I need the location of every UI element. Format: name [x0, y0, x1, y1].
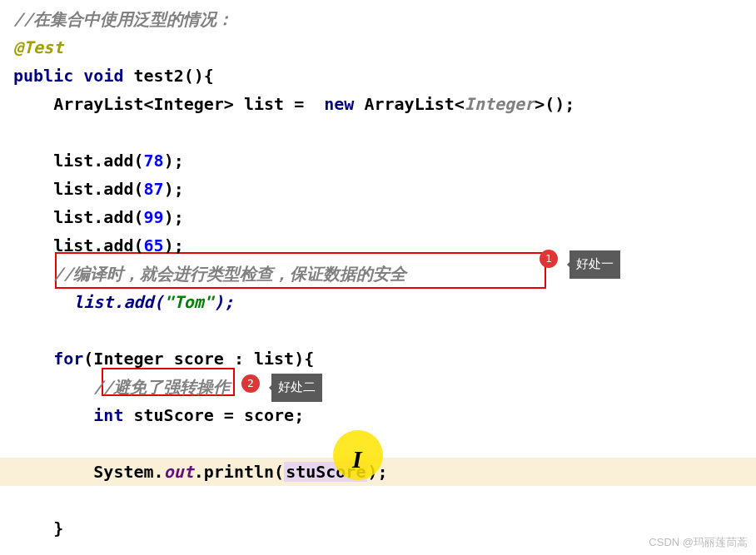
keyword-int: int — [93, 405, 123, 425]
code-comment: //编译时，就会进行类型检查，保证数据的安全 — [13, 264, 406, 284]
keyword-for: for — [53, 349, 83, 369]
number-literal: 99 — [144, 207, 164, 227]
code-editor[interactable]: //在集合中使用泛型的情况： @Test public void test2()… — [13, 5, 756, 543]
string-literal: "Tom" — [164, 292, 214, 312]
code-text: ArrayList<Integer> list = — [13, 94, 314, 114]
code-comment: //避免了强转操作 — [13, 377, 230, 397]
keyword-public: public — [13, 66, 73, 86]
keyword-void: void — [83, 66, 123, 86]
number-literal: 65 — [144, 235, 164, 255]
method-name: test2(){ — [134, 66, 214, 86]
number-literal: 78 — [144, 151, 164, 171]
code-comment: //在集合中使用泛型的情况： — [13, 9, 233, 29]
keyword-new: new — [324, 94, 354, 114]
type-param: Integer — [465, 94, 535, 114]
static-field-out: out — [164, 462, 194, 482]
code-annotation: @Test — [13, 37, 63, 57]
number-literal: 87 — [144, 179, 164, 199]
text-cursor-icon: I — [352, 438, 362, 480]
